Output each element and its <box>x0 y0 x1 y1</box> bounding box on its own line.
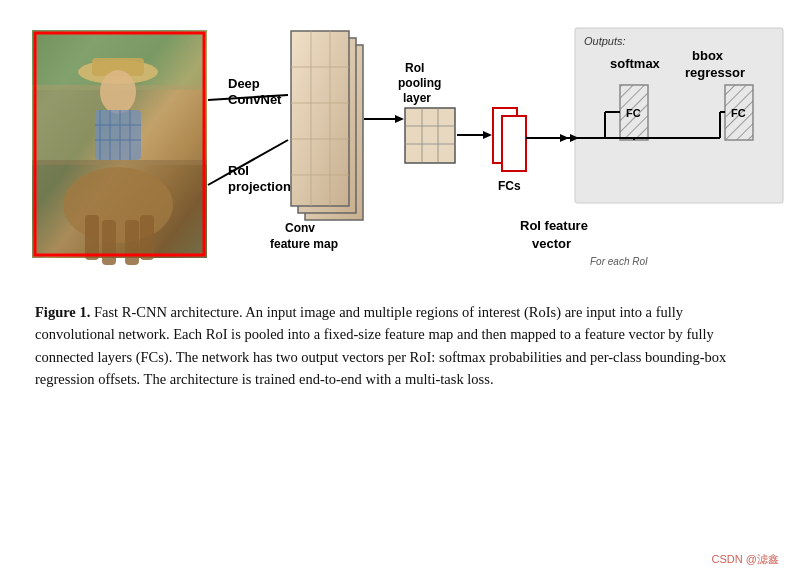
caption-text: Fast R-CNN architecture. An input image … <box>35 304 726 387</box>
svg-text:pooling: pooling <box>398 76 441 90</box>
figure-caption: Figure 1. Fast R-CNN architecture. An in… <box>30 301 761 391</box>
svg-text:bbox: bbox <box>692 48 724 63</box>
svg-rect-18 <box>125 220 139 265</box>
svg-text:RoI: RoI <box>228 163 249 178</box>
svg-text:regressor: regressor <box>685 65 745 80</box>
svg-rect-49 <box>502 116 526 171</box>
svg-rect-16 <box>85 215 99 260</box>
svg-text:RoI: RoI <box>405 61 424 75</box>
svg-text:Conv: Conv <box>285 221 315 235</box>
architecture-diagram: Deep ConvNet RoI projection Conv feature… <box>30 20 761 285</box>
svg-text:layer: layer <box>403 91 431 105</box>
svg-text:projection: projection <box>228 179 291 194</box>
svg-rect-27 <box>291 31 349 206</box>
svg-text:softmax: softmax <box>610 56 661 71</box>
watermark: CSDN @滤鑫 <box>712 552 779 567</box>
svg-text:For each RoI: For each RoI <box>590 256 648 267</box>
svg-text:ConvNet: ConvNet <box>228 92 282 107</box>
svg-text:Outputs:: Outputs: <box>584 35 626 47</box>
svg-rect-41 <box>405 108 455 163</box>
figure-number: Figure 1. <box>35 304 90 320</box>
svg-point-15 <box>63 167 173 243</box>
svg-text:vector: vector <box>532 236 571 251</box>
svg-rect-17 <box>102 220 116 265</box>
svg-rect-8 <box>95 110 141 160</box>
svg-marker-37 <box>395 115 404 123</box>
svg-text:RoI feature: RoI feature <box>520 218 588 233</box>
svg-text:feature map: feature map <box>270 237 338 251</box>
svg-rect-19 <box>140 215 154 260</box>
svg-text:FCs: FCs <box>498 179 521 193</box>
svg-text:FC: FC <box>731 107 746 119</box>
svg-text:FC: FC <box>626 107 641 119</box>
svg-text:Deep: Deep <box>228 76 260 91</box>
svg-point-7 <box>100 70 136 114</box>
svg-marker-47 <box>483 131 492 139</box>
